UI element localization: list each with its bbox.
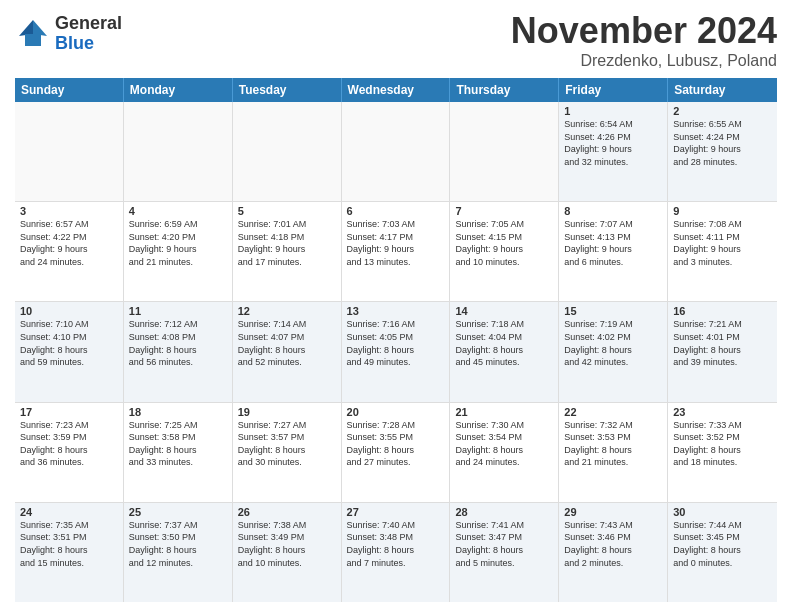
day-number: 19: [238, 406, 336, 418]
day-info: Sunrise: 7:10 AM Sunset: 4:10 PM Dayligh…: [20, 318, 118, 368]
day-info: Sunrise: 7:21 AM Sunset: 4:01 PM Dayligh…: [673, 318, 772, 368]
calendar-cell-12: 12Sunrise: 7:14 AM Sunset: 4:07 PM Dayli…: [233, 302, 342, 401]
calendar-cell-empty: [342, 102, 451, 201]
day-number: 29: [564, 506, 662, 518]
header-day-wednesday: Wednesday: [342, 78, 451, 102]
day-number: 12: [238, 305, 336, 317]
day-number: 27: [347, 506, 445, 518]
calendar-cell-29: 29Sunrise: 7:43 AM Sunset: 3:46 PM Dayli…: [559, 503, 668, 602]
day-number: 9: [673, 205, 772, 217]
calendar-cell-25: 25Sunrise: 7:37 AM Sunset: 3:50 PM Dayli…: [124, 503, 233, 602]
day-info: Sunrise: 7:38 AM Sunset: 3:49 PM Dayligh…: [238, 519, 336, 569]
header-day-monday: Monday: [124, 78, 233, 102]
day-number: 3: [20, 205, 118, 217]
page: General Blue November 2024 Drezdenko, Lu…: [0, 0, 792, 612]
calendar-cell-23: 23Sunrise: 7:33 AM Sunset: 3:52 PM Dayli…: [668, 403, 777, 502]
month-title: November 2024: [511, 10, 777, 52]
day-number: 13: [347, 305, 445, 317]
day-number: 11: [129, 305, 227, 317]
day-number: 6: [347, 205, 445, 217]
calendar-cell-empty: [124, 102, 233, 201]
title-block: November 2024 Drezdenko, Lubusz, Poland: [511, 10, 777, 70]
calendar-cell-20: 20Sunrise: 7:28 AM Sunset: 3:55 PM Dayli…: [342, 403, 451, 502]
day-info: Sunrise: 7:16 AM Sunset: 4:05 PM Dayligh…: [347, 318, 445, 368]
header-row: General Blue November 2024 Drezdenko, Lu…: [15, 10, 777, 70]
calendar-cell-27: 27Sunrise: 7:40 AM Sunset: 3:48 PM Dayli…: [342, 503, 451, 602]
logo-blue: Blue: [55, 34, 122, 54]
day-number: 28: [455, 506, 553, 518]
calendar-cell-15: 15Sunrise: 7:19 AM Sunset: 4:02 PM Dayli…: [559, 302, 668, 401]
calendar-cell-26: 26Sunrise: 7:38 AM Sunset: 3:49 PM Dayli…: [233, 503, 342, 602]
day-info: Sunrise: 7:37 AM Sunset: 3:50 PM Dayligh…: [129, 519, 227, 569]
calendar-cell-13: 13Sunrise: 7:16 AM Sunset: 4:05 PM Dayli…: [342, 302, 451, 401]
calendar-cell-24: 24Sunrise: 7:35 AM Sunset: 3:51 PM Dayli…: [15, 503, 124, 602]
day-info: Sunrise: 7:14 AM Sunset: 4:07 PM Dayligh…: [238, 318, 336, 368]
day-number: 17: [20, 406, 118, 418]
day-info: Sunrise: 7:33 AM Sunset: 3:52 PM Dayligh…: [673, 419, 772, 469]
day-number: 14: [455, 305, 553, 317]
day-number: 26: [238, 506, 336, 518]
calendar-row-0: 1Sunrise: 6:54 AM Sunset: 4:26 PM Daylig…: [15, 102, 777, 202]
day-info: Sunrise: 6:54 AM Sunset: 4:26 PM Dayligh…: [564, 118, 662, 168]
day-number: 16: [673, 305, 772, 317]
day-number: 2: [673, 105, 772, 117]
calendar-cell-7: 7Sunrise: 7:05 AM Sunset: 4:15 PM Daylig…: [450, 202, 559, 301]
day-info: Sunrise: 6:55 AM Sunset: 4:24 PM Dayligh…: [673, 118, 772, 168]
day-number: 7: [455, 205, 553, 217]
calendar-cell-5: 5Sunrise: 7:01 AM Sunset: 4:18 PM Daylig…: [233, 202, 342, 301]
calendar-cell-11: 11Sunrise: 7:12 AM Sunset: 4:08 PM Dayli…: [124, 302, 233, 401]
day-info: Sunrise: 7:01 AM Sunset: 4:18 PM Dayligh…: [238, 218, 336, 268]
calendar-cell-empty: [233, 102, 342, 201]
calendar-cell-1: 1Sunrise: 6:54 AM Sunset: 4:26 PM Daylig…: [559, 102, 668, 201]
logo-general: General: [55, 14, 122, 34]
day-number: 20: [347, 406, 445, 418]
calendar-cell-17: 17Sunrise: 7:23 AM Sunset: 3:59 PM Dayli…: [15, 403, 124, 502]
calendar-body: 1Sunrise: 6:54 AM Sunset: 4:26 PM Daylig…: [15, 102, 777, 602]
day-info: Sunrise: 7:19 AM Sunset: 4:02 PM Dayligh…: [564, 318, 662, 368]
day-info: Sunrise: 7:35 AM Sunset: 3:51 PM Dayligh…: [20, 519, 118, 569]
day-number: 4: [129, 205, 227, 217]
calendar-cell-2: 2Sunrise: 6:55 AM Sunset: 4:24 PM Daylig…: [668, 102, 777, 201]
calendar-cell-30: 30Sunrise: 7:44 AM Sunset: 3:45 PM Dayli…: [668, 503, 777, 602]
day-info: Sunrise: 7:05 AM Sunset: 4:15 PM Dayligh…: [455, 218, 553, 268]
day-info: Sunrise: 7:23 AM Sunset: 3:59 PM Dayligh…: [20, 419, 118, 469]
logo-icon: [15, 16, 51, 52]
calendar-cell-22: 22Sunrise: 7:32 AM Sunset: 3:53 PM Dayli…: [559, 403, 668, 502]
day-info: Sunrise: 7:32 AM Sunset: 3:53 PM Dayligh…: [564, 419, 662, 469]
calendar-cell-28: 28Sunrise: 7:41 AM Sunset: 3:47 PM Dayli…: [450, 503, 559, 602]
header-day-saturday: Saturday: [668, 78, 777, 102]
calendar-cell-9: 9Sunrise: 7:08 AM Sunset: 4:11 PM Daylig…: [668, 202, 777, 301]
day-info: Sunrise: 7:28 AM Sunset: 3:55 PM Dayligh…: [347, 419, 445, 469]
day-info: Sunrise: 7:25 AM Sunset: 3:58 PM Dayligh…: [129, 419, 227, 469]
calendar-cell-10: 10Sunrise: 7:10 AM Sunset: 4:10 PM Dayli…: [15, 302, 124, 401]
calendar-row-4: 24Sunrise: 7:35 AM Sunset: 3:51 PM Dayli…: [15, 503, 777, 602]
header-day-sunday: Sunday: [15, 78, 124, 102]
day-number: 18: [129, 406, 227, 418]
day-number: 8: [564, 205, 662, 217]
calendar-row-1: 3Sunrise: 6:57 AM Sunset: 4:22 PM Daylig…: [15, 202, 777, 302]
day-number: 22: [564, 406, 662, 418]
logo: General Blue: [15, 14, 122, 54]
day-info: Sunrise: 7:03 AM Sunset: 4:17 PM Dayligh…: [347, 218, 445, 268]
logo-text: General Blue: [55, 14, 122, 54]
header-day-thursday: Thursday: [450, 78, 559, 102]
day-info: Sunrise: 7:41 AM Sunset: 3:47 PM Dayligh…: [455, 519, 553, 569]
day-info: Sunrise: 7:30 AM Sunset: 3:54 PM Dayligh…: [455, 419, 553, 469]
calendar-cell-empty: [15, 102, 124, 201]
calendar-cell-3: 3Sunrise: 6:57 AM Sunset: 4:22 PM Daylig…: [15, 202, 124, 301]
day-info: Sunrise: 7:44 AM Sunset: 3:45 PM Dayligh…: [673, 519, 772, 569]
calendar-cell-21: 21Sunrise: 7:30 AM Sunset: 3:54 PM Dayli…: [450, 403, 559, 502]
header-day-friday: Friday: [559, 78, 668, 102]
calendar-cell-19: 19Sunrise: 7:27 AM Sunset: 3:57 PM Dayli…: [233, 403, 342, 502]
day-number: 10: [20, 305, 118, 317]
day-info: Sunrise: 7:18 AM Sunset: 4:04 PM Dayligh…: [455, 318, 553, 368]
day-number: 24: [20, 506, 118, 518]
day-number: 25: [129, 506, 227, 518]
day-number: 1: [564, 105, 662, 117]
day-info: Sunrise: 6:57 AM Sunset: 4:22 PM Dayligh…: [20, 218, 118, 268]
day-number: 21: [455, 406, 553, 418]
calendar-cell-4: 4Sunrise: 6:59 AM Sunset: 4:20 PM Daylig…: [124, 202, 233, 301]
calendar-header: SundayMondayTuesdayWednesdayThursdayFrid…: [15, 78, 777, 102]
day-number: 5: [238, 205, 336, 217]
day-number: 23: [673, 406, 772, 418]
